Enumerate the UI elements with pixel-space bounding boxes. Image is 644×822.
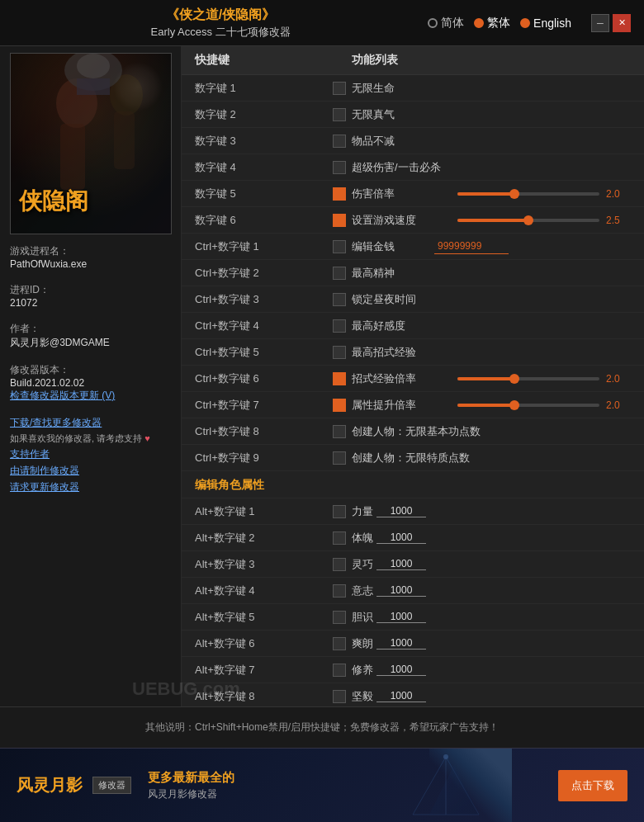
- footer-note: 其他说明：Ctrl+Shift+Home禁用/启用快捷键；免费修改器，希望玩家广…: [0, 706, 644, 748]
- slider-value: 2.0: [606, 188, 631, 200]
- download-more-link[interactable]: 下载/查找更多修改器: [10, 416, 171, 430]
- attr-input[interactable]: [376, 664, 426, 676]
- attr-input[interactable]: [376, 637, 426, 650]
- attr-shortcut: Alt+数字键 2: [195, 531, 327, 546]
- slider-track[interactable]: [457, 192, 599, 196]
- slider-thumb[interactable]: [523, 215, 533, 225]
- attr-input[interactable]: [376, 584, 426, 597]
- request-update-link[interactable]: 请求更新修改器: [10, 480, 171, 494]
- checkbox-area: [327, 161, 352, 174]
- slider-track[interactable]: [457, 404, 599, 407]
- slider-thumb[interactable]: [509, 189, 519, 199]
- feature-row: 数字键 4超级伤害/一击必杀: [182, 154, 644, 181]
- shortcut-label: Ctrl+数字键 8: [195, 424, 327, 439]
- attr-checkbox[interactable]: [333, 637, 346, 650]
- feature-checkbox[interactable]: [333, 372, 346, 385]
- shortcut-label: 数字键 1: [195, 81, 327, 96]
- attr-checkbox[interactable]: [333, 505, 346, 518]
- svg-point-6: [77, 54, 110, 78]
- slider-thumb[interactable]: [509, 374, 519, 384]
- attr-label: 体魄: [352, 531, 373, 546]
- slider-track[interactable]: [457, 219, 599, 222]
- slider-fill: [457, 192, 514, 196]
- slider-track[interactable]: [457, 377, 599, 380]
- feature-checkbox[interactable]: [333, 214, 346, 227]
- checkbox-area: [327, 187, 352, 201]
- shortcut-label: Ctrl+数字键 7: [195, 398, 327, 413]
- attr-input[interactable]: [376, 611, 426, 623]
- function-label: 属性提升倍率: [352, 398, 451, 413]
- edit-attrs-container: Alt+数字键 1力量Alt+数字键 2体魄Alt+数字键 3灵巧Alt+数字键…: [182, 498, 644, 706]
- close-button[interactable]: ✕: [613, 14, 631, 32]
- attr-row: Alt+数字键 5胆识: [182, 604, 644, 631]
- feature-row: Ctrl+数字键 4最高好感度: [182, 313, 644, 339]
- feature-checkbox[interactable]: [333, 346, 346, 359]
- lang-ft[interactable]: 繁体: [474, 16, 510, 31]
- attr-checkbox[interactable]: [333, 664, 346, 677]
- attr-checkbox-area: [327, 531, 352, 545]
- lang-en[interactable]: English: [520, 17, 571, 30]
- feature-checkbox[interactable]: [333, 108, 346, 121]
- attr-checkbox[interactable]: [333, 690, 346, 703]
- slider-value: 2.5: [606, 215, 631, 226]
- shortcut-label: 数字键 3: [195, 134, 327, 149]
- function-label: 最高招式经验: [352, 345, 631, 360]
- attr-input[interactable]: [376, 558, 426, 570]
- checkbox-area: [327, 346, 352, 359]
- attr-label: 坚毅: [352, 689, 373, 704]
- feature-checkbox[interactable]: [333, 451, 346, 465]
- edit-section-header: 编辑角色属性: [182, 471, 644, 498]
- feature-checkbox[interactable]: [333, 240, 346, 253]
- shortcut-label: 数字键 6: [195, 213, 327, 228]
- lang-ft-label: 繁体: [487, 16, 510, 31]
- feature-checkbox[interactable]: [333, 135, 346, 148]
- slider-thumb[interactable]: [509, 400, 519, 410]
- ad-download-button[interactable]: 点击下载: [558, 770, 627, 801]
- feature-checkbox[interactable]: [333, 319, 346, 333]
- feature-checkbox[interactable]: [333, 161, 346, 174]
- request-trainer-link[interactable]: 由请制作修改器: [10, 464, 171, 478]
- feature-row: 数字键 3物品不减: [182, 128, 644, 154]
- attr-label: 爽朗: [352, 636, 373, 651]
- attr-checkbox[interactable]: [333, 611, 346, 624]
- attr-input[interactable]: [376, 531, 426, 544]
- feature-checkbox[interactable]: [333, 267, 346, 280]
- edit-input[interactable]: [434, 239, 509, 254]
- function-label: 编辑金钱: [352, 239, 434, 254]
- checkbox-area: [327, 372, 352, 385]
- svg-rect-4: [114, 111, 135, 169]
- feature-checkbox[interactable]: [333, 187, 346, 201]
- attr-checkbox-area: [327, 505, 352, 518]
- attr-checkbox[interactable]: [333, 531, 346, 545]
- attr-shortcut: Alt+数字键 6: [195, 636, 327, 651]
- attr-checkbox[interactable]: [333, 584, 346, 598]
- feature-checkbox[interactable]: [333, 293, 346, 306]
- feature-checkbox[interactable]: [333, 399, 346, 412]
- version-label: 修改器版本：: [10, 363, 171, 377]
- support-text: 如果喜欢我的修改器, 请考虑支持 ♥: [10, 432, 171, 445]
- attr-input[interactable]: [376, 690, 426, 702]
- attr-shortcut: Alt+数字键 8: [195, 689, 327, 704]
- function-label: 最高精神: [352, 266, 631, 281]
- function-label: 创建人物：无限基本功点数: [352, 424, 631, 439]
- check-update-link[interactable]: 检查修改器版本更新 (V): [10, 389, 171, 403]
- minimize-button[interactable]: ─: [591, 14, 609, 32]
- support-author-link[interactable]: 支持作者: [10, 447, 171, 461]
- attr-row: Alt+数字键 8坚毅: [182, 683, 644, 706]
- checkbox-area: [327, 214, 352, 227]
- attr-shortcut: Alt+数字键 1: [195, 504, 327, 519]
- footer-note-text: 其他说明：Ctrl+Shift+Home禁用/启用快捷键；免费修改器，希望玩家广…: [145, 720, 499, 735]
- attr-row: Alt+数字键 7修养: [182, 657, 644, 683]
- process-value: PathOfWuxia.exe: [10, 258, 171, 270]
- feature-checkbox[interactable]: [333, 82, 346, 95]
- lang-jt[interactable]: 简体: [428, 16, 464, 31]
- attr-checkbox[interactable]: [333, 558, 346, 571]
- attr-checkbox-area: [327, 637, 352, 650]
- attr-row: Alt+数字键 2体魄: [182, 525, 644, 551]
- checkbox-area: [327, 425, 352, 438]
- attr-checkbox-area: [327, 558, 352, 571]
- shortcut-label: Ctrl+数字键 4: [195, 319, 327, 333]
- feature-checkbox[interactable]: [333, 425, 346, 438]
- shortcut-label: Ctrl+数字键 5: [195, 345, 327, 360]
- attr-input[interactable]: [376, 505, 426, 517]
